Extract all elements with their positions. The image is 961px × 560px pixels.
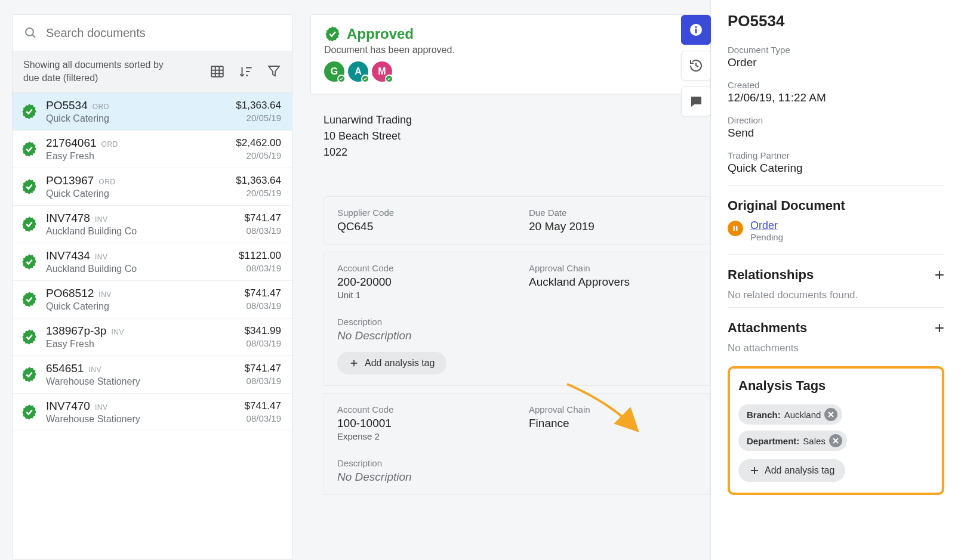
chip-key: Department:	[747, 436, 799, 446]
approved-seal-icon	[21, 141, 38, 157]
approved-seal-icon	[21, 253, 38, 270]
document-company: Easy Fresh	[46, 339, 236, 349]
close-icon	[827, 411, 834, 418]
info-panel: PO5534 Document Type Order Created 12/06…	[710, 0, 961, 560]
document-list-item[interactable]: INV7478INVAuckland Building Co$741.4708/…	[13, 206, 292, 243]
document-company: Warehouse Stationery	[46, 376, 236, 387]
svg-rect-17	[734, 226, 735, 231]
account-code-value: 200-20000	[337, 276, 505, 289]
filter-icon[interactable]	[267, 64, 281, 78]
info-tab-button[interactable]	[681, 15, 711, 45]
account-code-label: Account Code	[337, 263, 505, 273]
svg-rect-18	[736, 226, 737, 231]
relationships-empty: No related documents found.	[728, 289, 944, 301]
status-title-text: Approved	[347, 26, 414, 42]
search-input[interactable]	[46, 26, 281, 40]
attachments-header: Attachments	[728, 320, 807, 336]
grid-view-icon[interactable]	[210, 64, 225, 79]
document-list-item[interactable]: 21764061ORDEasy Fresh$2,462.0020/05/19	[13, 131, 292, 168]
due-date-value: 20 May 2019	[529, 220, 697, 233]
svg-rect-14	[695, 29, 697, 33]
approver-avatar: A	[348, 61, 368, 82]
approved-seal-icon	[324, 26, 341, 42]
partner-label: Trading Partner	[728, 150, 944, 160]
add-attachment-button[interactable]: +	[935, 320, 944, 336]
document-amount: $741.47	[245, 287, 281, 299]
document-id: 654651	[46, 362, 84, 375]
remove-chip-button[interactable]	[829, 434, 842, 447]
document-list-item[interactable]: PO68512INVQuick Catering$741.4708/03/19	[13, 281, 292, 318]
approver-avatar: G	[324, 61, 344, 82]
document-list-item[interactable]: PO5534ORDQuick Catering$1,363.6420/05/19	[13, 93, 292, 131]
supplier-code-label: Supplier Code	[337, 208, 505, 218]
account-code-sub: Expense 2	[337, 431, 505, 441]
original-document-row: Order Pending	[728, 219, 944, 242]
document-company: Quick Catering	[46, 301, 236, 312]
line-item-section: Account Code200-20000Unit 1Approval Chai…	[324, 252, 710, 386]
document-list-item[interactable]: INV7470INVWarehouse Stationery$741.4708/…	[13, 394, 292, 431]
status-subtitle: Document has been approved.	[324, 45, 697, 55]
original-doc-status: Pending	[750, 232, 783, 242]
description-label: Description	[337, 317, 697, 327]
description-value: No Description	[337, 329, 697, 342]
address-name: Lunarwind Trading	[324, 112, 710, 128]
svg-line-1	[32, 35, 35, 38]
document-amount: $741.47	[245, 400, 281, 412]
analysis-tag-chip: Department: Sales	[738, 431, 847, 451]
document-date: 08/03/19	[245, 301, 281, 311]
attachments-empty: No attachments	[728, 342, 944, 354]
history-tab-button[interactable]	[681, 51, 711, 81]
sort-icon[interactable]	[238, 64, 254, 79]
document-amount: $1121.00	[239, 250, 281, 262]
supplier-code-value: QC645	[337, 220, 505, 233]
original-doc-header: Original Document	[728, 198, 845, 214]
doc-type-label: Document Type	[728, 45, 944, 55]
document-id: INV7434	[46, 249, 90, 262]
comment-icon	[689, 94, 703, 109]
document-company: Auckland Building Co	[46, 264, 230, 274]
direction-value: Send	[728, 126, 944, 140]
document-date: 08/03/19	[245, 338, 281, 348]
analysis-tag-chip: Branch: Auckland	[738, 404, 842, 425]
list-header-text: Showing all documents sorted by due date…	[23, 58, 178, 85]
remove-chip-button[interactable]	[824, 408, 837, 421]
approved-seal-icon	[21, 291, 38, 308]
document-type-badge: INV	[95, 403, 108, 412]
document-company: Quick Catering	[46, 188, 227, 199]
document-id: 138967p-3p	[46, 324, 106, 338]
svg-marker-11	[269, 66, 279, 76]
chip-value: Sales	[803, 436, 826, 446]
document-date: 20/05/19	[236, 150, 281, 160]
document-type-badge: INV	[88, 366, 101, 374]
document-company: Auckland Building Co	[46, 226, 236, 237]
comments-tab-button[interactable]	[681, 86, 711, 116]
original-doc-link[interactable]: Order	[750, 219, 783, 232]
document-date: 08/03/19	[245, 413, 281, 423]
direction-label: Direction	[728, 115, 944, 125]
address-block: Lunarwind Trading 10 Beach Street 1022	[324, 112, 710, 160]
document-date: 20/05/19	[236, 113, 281, 123]
line-add-analysis-tag-button[interactable]: Add analysis tag	[337, 352, 446, 375]
document-type-badge: INV	[111, 328, 124, 336]
approval-chain-value: Finance	[529, 417, 697, 430]
document-company: Quick Catering	[46, 113, 227, 124]
approved-seal-icon	[21, 216, 38, 233]
document-id: PO5534	[46, 99, 88, 112]
add-relationship-button[interactable]: +	[935, 267, 944, 283]
chip-value: Auckland	[784, 410, 821, 420]
description-value: No Description	[337, 471, 697, 484]
account-code-sub: Unit 1	[337, 290, 505, 300]
due-date-label: Due Date	[529, 208, 697, 218]
document-list-item[interactable]: INV7434INVAuckland Building Co$1121.0008…	[13, 243, 292, 281]
relationships-header: Relationships	[728, 267, 814, 283]
svg-point-13	[695, 26, 697, 28]
document-list-item[interactable]: 138967p-3pINVEasy Fresh$341.9908/03/19	[13, 318, 292, 356]
account-code-value: 100-10001	[337, 417, 505, 430]
created-label: Created	[728, 80, 944, 90]
document-list-item[interactable]: PO13967ORDQuick Catering$1,363.6420/05/1…	[13, 168, 292, 206]
document-list-item[interactable]: 654651INVWarehouse Stationery$741.4708/0…	[13, 356, 292, 394]
document-detail-panel: Approved Document has been approved. GAM…	[310, 14, 710, 560]
add-analysis-tag-button[interactable]: Add analysis tag	[738, 459, 845, 482]
plus-icon	[349, 358, 359, 368]
description-label: Description	[337, 458, 697, 468]
